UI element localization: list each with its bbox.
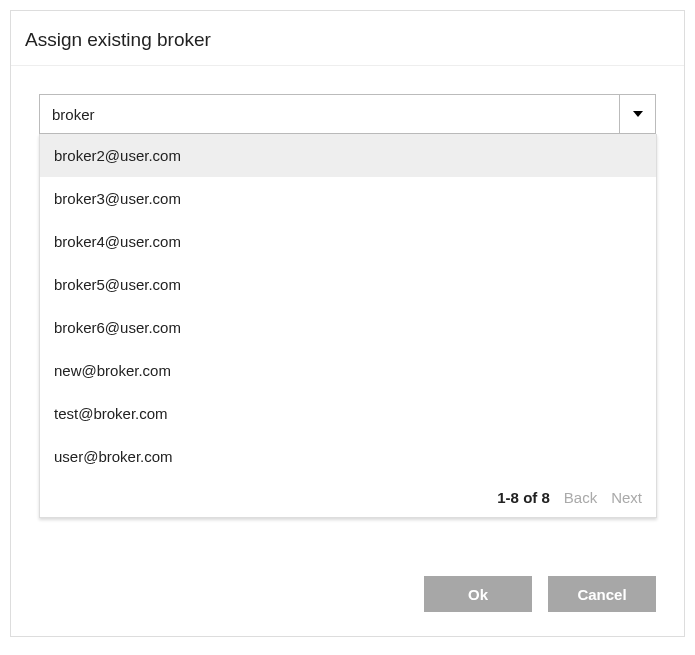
dropdown-panel: broker2@user.com broker3@user.com broker… <box>39 134 657 518</box>
cancel-button[interactable]: Cancel <box>548 576 656 612</box>
dropdown-footer: 1-8 of 8 Back Next <box>40 478 656 517</box>
dropdown-item[interactable]: broker6@user.com <box>40 306 656 349</box>
dialog-footer: Ok Cancel <box>11 576 684 636</box>
pager-back-button[interactable]: Back <box>564 489 597 506</box>
page-info: 1-8 of 8 <box>497 489 550 506</box>
dropdown-item[interactable]: broker4@user.com <box>40 220 656 263</box>
caret-down-icon <box>633 111 643 117</box>
dropdown-item[interactable]: new@broker.com <box>40 349 656 392</box>
combobox-toggle-button[interactable] <box>619 95 655 133</box>
dropdown-item[interactable]: broker3@user.com <box>40 177 656 220</box>
pager-next-button[interactable]: Next <box>611 489 642 506</box>
assign-broker-dialog: Assign existing broker broker2@user.com … <box>10 10 685 637</box>
dropdown-item[interactable]: broker2@user.com <box>40 134 656 177</box>
dropdown-item[interactable]: test@broker.com <box>40 392 656 435</box>
dropdown-list: broker2@user.com broker3@user.com broker… <box>40 134 656 478</box>
combobox-input-row <box>39 94 656 134</box>
dropdown-item[interactable]: user@broker.com <box>40 435 656 478</box>
broker-search-input[interactable] <box>40 95 619 133</box>
dialog-body: broker2@user.com broker3@user.com broker… <box>11 66 684 576</box>
dialog-header: Assign existing broker <box>11 11 684 66</box>
ok-button[interactable]: Ok <box>424 576 532 612</box>
broker-combobox: broker2@user.com broker3@user.com broker… <box>39 94 656 134</box>
dialog-title: Assign existing broker <box>25 29 670 51</box>
dropdown-item[interactable]: broker5@user.com <box>40 263 656 306</box>
